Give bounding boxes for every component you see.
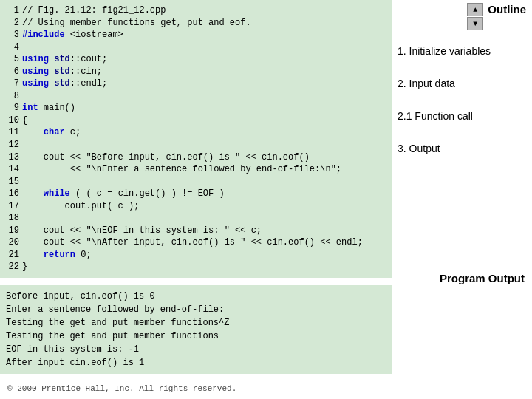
outline-item: 2.1 Function call xyxy=(398,110,526,122)
output-line: Testing the get and put member functions… xyxy=(6,316,386,330)
output-area: Before input, cin.eof() is 0Enter a sent… xyxy=(0,285,392,374)
up-arrow-button[interactable]: ▲ xyxy=(467,3,483,16)
table-row: 18 xyxy=(6,212,386,225)
outline-items: 1. Initialize variables2. Input data2.1 … xyxy=(398,45,526,154)
line-number: 11 xyxy=(6,126,21,139)
line-number: 18 xyxy=(6,212,21,225)
code-line xyxy=(21,90,386,103)
output-line: EOF in this system is: -1 xyxy=(6,343,386,356)
outline-item: 2. Input data xyxy=(398,78,526,89)
line-number: 3 xyxy=(6,29,21,41)
table-row: 11 char c; xyxy=(6,126,386,139)
table-row: 1// Fig. 21.12: fig21_12.cpp xyxy=(6,4,386,17)
line-number: 19 xyxy=(6,225,21,237)
code-line xyxy=(21,139,386,151)
outline-header-row: ▲ ▼ Outline xyxy=(398,3,526,30)
output-line: Testing the get and put member functions xyxy=(6,330,386,343)
table-row: 5using std::cout; xyxy=(6,53,386,66)
outline-title: Outline xyxy=(488,3,526,16)
code-line: cout << "Before input, cin.eof() is " <<… xyxy=(21,151,386,164)
code-table: 1// Fig. 21.12: fig21_12.cpp2// Using me… xyxy=(6,4,386,273)
code-area: 1// Fig. 21.12: fig21_12.cpp2// Using me… xyxy=(0,0,392,278)
code-line: char c; xyxy=(21,126,386,139)
nav-arrows: ▲ ▼ xyxy=(467,3,483,30)
table-row: 6using std::cin; xyxy=(6,66,386,78)
outline-item: 3. Output xyxy=(398,143,526,154)
line-number: 1 xyxy=(6,4,21,17)
down-arrow-button[interactable]: ▼ xyxy=(467,17,483,30)
table-row: 10{ xyxy=(6,115,386,127)
table-row: 17 cout.put( c ); xyxy=(6,200,386,213)
table-row: 16 while ( ( c = cin.get() ) != EOF ) xyxy=(6,188,386,200)
code-line: while ( ( c = cin.get() ) != EOF ) xyxy=(21,188,386,200)
line-number: 2 xyxy=(6,17,21,30)
code-line xyxy=(21,176,386,188)
code-line: return 0; xyxy=(21,249,386,262)
line-number: 20 xyxy=(6,236,21,249)
line-number: 5 xyxy=(6,53,21,66)
line-number: 4 xyxy=(6,41,21,54)
output-line: Before input, cin.eof() is 0 xyxy=(6,290,386,303)
table-row: 3#include <iostream> xyxy=(6,29,386,41)
code-line: #include <iostream> xyxy=(21,29,386,41)
line-number: 6 xyxy=(6,66,21,78)
line-number: 7 xyxy=(6,78,21,90)
code-line: { xyxy=(21,115,386,127)
program-output-label: Program Output xyxy=(440,272,525,284)
code-line: cout << "\nEOF in this system is: " << c… xyxy=(21,225,386,237)
table-row: 12 xyxy=(6,139,386,151)
code-line: << "\nEnter a sentence followed by end-o… xyxy=(21,163,386,176)
line-number: 16 xyxy=(6,188,21,200)
code-line: using std::cin; xyxy=(21,66,386,78)
code-line: cout.put( c ); xyxy=(21,200,386,213)
table-row: 8 xyxy=(6,90,386,103)
footer-text: © 2000 Prentice Hall, Inc. All rights re… xyxy=(7,384,236,393)
line-number: 21 xyxy=(6,249,21,262)
main-container: 1// Fig. 21.12: fig21_12.cpp2// Using me… xyxy=(0,0,532,399)
table-row: 13 cout << "Before input, cin.eof() is "… xyxy=(6,151,386,164)
code-line: // Fig. 21.12: fig21_12.cpp xyxy=(21,4,386,17)
code-line: } xyxy=(21,261,386,273)
code-line xyxy=(21,212,386,225)
code-line xyxy=(21,41,386,54)
code-line: using std::endl; xyxy=(21,78,386,90)
line-number: 12 xyxy=(6,139,21,151)
table-row: 21 return 0; xyxy=(6,249,386,262)
table-row: 9int main() xyxy=(6,102,386,115)
code-line: using std::cout; xyxy=(21,53,386,66)
line-number: 22 xyxy=(6,261,21,273)
line-number: 8 xyxy=(6,90,21,103)
table-row: 19 cout << "\nEOF in this system is: " <… xyxy=(6,225,386,237)
table-row: 20 cout << "\nAfter input, cin.eof() is … xyxy=(6,236,386,249)
outline-item: 1. Initialize variables xyxy=(398,45,526,57)
code-line: cout << "\nAfter input, cin.eof() is " <… xyxy=(21,236,386,249)
table-row: 22} xyxy=(6,261,386,273)
code-line: // Using member functions get, put and e… xyxy=(21,17,386,30)
right-panel: ▲ ▼ Outline 1. Initialize variables2. In… xyxy=(392,0,532,399)
table-row: 15 xyxy=(6,176,386,188)
output-line: Enter a sentence followed by end-of-file… xyxy=(6,303,386,316)
table-row: 7using std::endl; xyxy=(6,78,386,90)
line-number: 14 xyxy=(6,163,21,176)
table-row: 14 << "\nEnter a sentence followed by en… xyxy=(6,163,386,176)
line-number: 15 xyxy=(6,176,21,188)
left-panel: 1// Fig. 21.12: fig21_12.cpp2// Using me… xyxy=(0,0,392,399)
line-number: 13 xyxy=(6,151,21,164)
table-row: 4 xyxy=(6,41,386,54)
output-line: After input cin.eof() is 1 xyxy=(6,356,386,369)
code-line: int main() xyxy=(21,102,386,115)
line-number: 10 xyxy=(6,115,21,127)
line-number: 9 xyxy=(6,102,21,115)
table-row: 2// Using member functions get, put and … xyxy=(6,17,386,30)
line-number: 17 xyxy=(6,200,21,213)
